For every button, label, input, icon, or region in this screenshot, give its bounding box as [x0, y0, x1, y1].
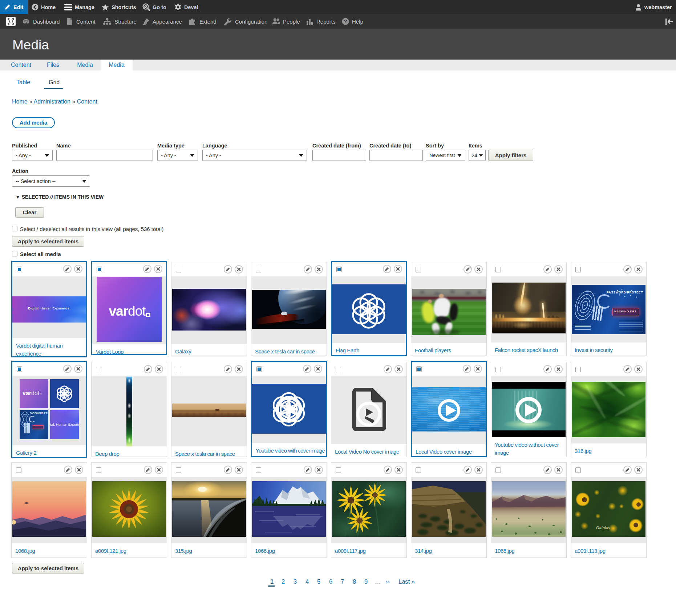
svg-text:?: ? [344, 19, 347, 24]
